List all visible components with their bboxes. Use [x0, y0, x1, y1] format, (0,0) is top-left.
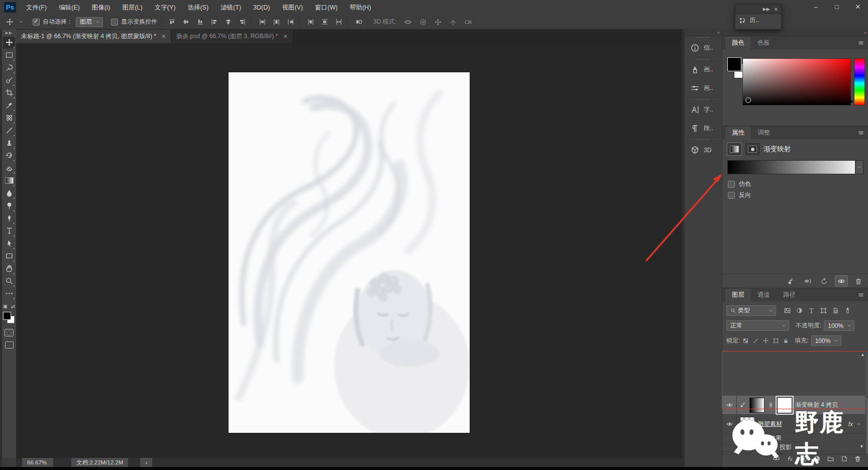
zoom-level-field[interactable]: 66.67%: [22, 458, 53, 467]
menu-item[interactable]: 帮助(H): [344, 1, 377, 15]
menu-item[interactable]: 文件(F): [20, 1, 53, 15]
pixel-layer-filter-button[interactable]: [784, 307, 791, 314]
tab-属性[interactable]: 属性: [725, 127, 751, 139]
distribute-spacing-vertical-button[interactable]: [305, 17, 316, 27]
tab-调整[interactable]: 调整: [751, 127, 777, 139]
chevron-down-icon[interactable]: [18, 19, 24, 25]
tab-通道[interactable]: 通道: [751, 289, 777, 301]
menu-item[interactable]: 图像(I): [86, 1, 117, 15]
history-panel-label[interactable]: 历..: [749, 16, 759, 25]
scroll-up-icon[interactable]: ▲: [860, 352, 865, 357]
history-brush-tool[interactable]: [3, 150, 15, 162]
lock-pixels-button[interactable]: [752, 337, 759, 344]
hue-slider-marker[interactable]: [850, 99, 853, 103]
layer-filter-dropdown[interactable]: 类型: [726, 305, 776, 316]
3d-orbit-button[interactable]: [402, 17, 413, 27]
3d-roll-button[interactable]: [417, 17, 428, 27]
reverse-checkbox[interactable]: [728, 192, 735, 199]
gradient-preview-bar[interactable]: [727, 160, 863, 174]
align-bottom-button[interactable]: [194, 17, 205, 27]
hand-tool[interactable]: [3, 263, 15, 275]
3d-slide-button[interactable]: [448, 17, 459, 27]
default-colors-icon[interactable]: ▣: [3, 304, 8, 309]
default-swap-colors[interactable]: ▣ ⇄: [3, 303, 15, 310]
visibility-eye-button[interactable]: [835, 275, 848, 287]
gradient-tool[interactable]: [3, 175, 15, 187]
align-center-vertical-button[interactable]: [180, 17, 191, 27]
menu-item[interactable]: 窗口(W): [309, 1, 344, 15]
maximize-button[interactable]: □: [830, 1, 844, 12]
distribute-right-button[interactable]: [285, 17, 296, 27]
3d-pan-button[interactable]: [432, 17, 444, 27]
distribute-gap-button[interactable]: [333, 17, 344, 27]
menu-item[interactable]: 3D(D): [247, 1, 276, 15]
dock-panel-3d[interactable]: 3D: [685, 141, 722, 159]
expand-dock-chevron-icon[interactable]: »: [722, 29, 868, 36]
pen-tool[interactable]: [3, 212, 15, 224]
auto-select-target-dropdown[interactable]: 图层: [76, 17, 103, 27]
type-layer-filter-button[interactable]: [808, 307, 815, 314]
toolbar-collapse-chevron-icon[interactable]: ▶▶: [6, 29, 13, 36]
blend-mode-dropdown[interactable]: 正常: [726, 320, 789, 331]
document-tab[interactable]: 未标题-1 @ 66.7% (渐变映射 4 拷贝, 图层蒙版/8) *✕: [16, 30, 171, 43]
foreground-color-swatch[interactable]: [3, 312, 11, 320]
rectangular-marquee-tool[interactable]: [3, 49, 15, 61]
menu-item[interactable]: 选择(S): [181, 1, 214, 15]
dock-panel-paragraph[interactable]: 段..: [685, 119, 722, 138]
path-selection-tool[interactable]: [3, 238, 15, 250]
eyedropper-tool[interactable]: [3, 99, 15, 111]
tab-颜色[interactable]: 颜色: [725, 37, 751, 49]
align-left-button[interactable]: [208, 17, 220, 27]
tab-图层[interactable]: 图层: [725, 289, 751, 301]
layer-mask-icon[interactable]: [745, 143, 759, 155]
foreground-background-swatches[interactable]: [3, 312, 15, 324]
dock-panel-brush-settings[interactable]: 画..: [685, 79, 722, 97]
shape-layer-filter-button[interactable]: [820, 307, 827, 314]
opacity-field[interactable]: 100%: [824, 320, 854, 331]
spot-healing-tool[interactable]: [3, 112, 15, 124]
close-icon[interactable]: ✕: [774, 7, 778, 12]
collapse-dock-chevron-icon[interactable]: «: [685, 29, 722, 36]
lock-transparency-button[interactable]: [742, 337, 749, 344]
menu-item[interactable]: 滤镜(T): [214, 1, 247, 15]
edit-toolbar-tool[interactable]: [3, 288, 15, 300]
dock-panel-brushes[interactable]: 画..: [685, 60, 722, 79]
align-center-horizontal-button[interactable]: [223, 17, 234, 27]
menu-item[interactable]: 视图(V): [276, 1, 309, 15]
foreground-color-swatch[interactable]: [727, 57, 741, 71]
type-tool[interactable]: [3, 225, 15, 237]
align-right-button[interactable]: [237, 17, 248, 27]
dither-checkbox[interactable]: [728, 181, 735, 188]
dock-panel-info[interactable]: 信..: [685, 39, 722, 57]
panel-menu-icon[interactable]: [857, 129, 864, 136]
auto-select-checkbox[interactable]: [33, 19, 40, 26]
chevron-down-icon[interactable]: [855, 160, 863, 174]
auto-align-button[interactable]: [353, 17, 364, 27]
lock-position-button[interactable]: [763, 337, 769, 344]
tab-路径[interactable]: 路径: [777, 289, 802, 301]
gradient-map-adjustment-icon[interactable]: [727, 143, 741, 155]
lock-artboard-button[interactable]: [773, 337, 779, 344]
crop-tool[interactable]: [3, 87, 15, 99]
delete-button[interactable]: [852, 276, 864, 286]
filter-toggle-button[interactable]: [844, 307, 851, 314]
lock-all-button[interactable]: [783, 337, 789, 344]
status-options-chevron[interactable]: ›: [140, 458, 152, 467]
minimize-button[interactable]: –: [809, 1, 823, 12]
smart-object-filter-button[interactable]: [832, 307, 839, 314]
distribute-left-button[interactable]: [257, 17, 268, 27]
adjustment-layer-filter-button[interactable]: [796, 307, 803, 314]
brush-tool[interactable]: [3, 125, 15, 137]
screen-mode-button[interactable]: [5, 341, 14, 348]
panel-menu-icon[interactable]: [857, 291, 864, 298]
panel-collapse-chevron-icon[interactable]: ▶▶: [763, 7, 770, 12]
dock-panel-character[interactable]: 字..: [685, 100, 722, 119]
3d-camera-button[interactable]: [463, 17, 474, 27]
rectangle-tool[interactable]: [3, 250, 15, 262]
show-transform-checkbox[interactable]: [111, 19, 118, 26]
color-picker-marker[interactable]: [745, 97, 751, 103]
fill-field[interactable]: 100%: [811, 335, 842, 346]
mask-link-eye-button[interactable]: [802, 276, 814, 286]
document-tab[interactable]: 肠炎.psd @ 66.7% (图层 3, RGB/8#) *✕: [171, 30, 293, 43]
close-tab-icon[interactable]: ✕: [160, 33, 167, 40]
